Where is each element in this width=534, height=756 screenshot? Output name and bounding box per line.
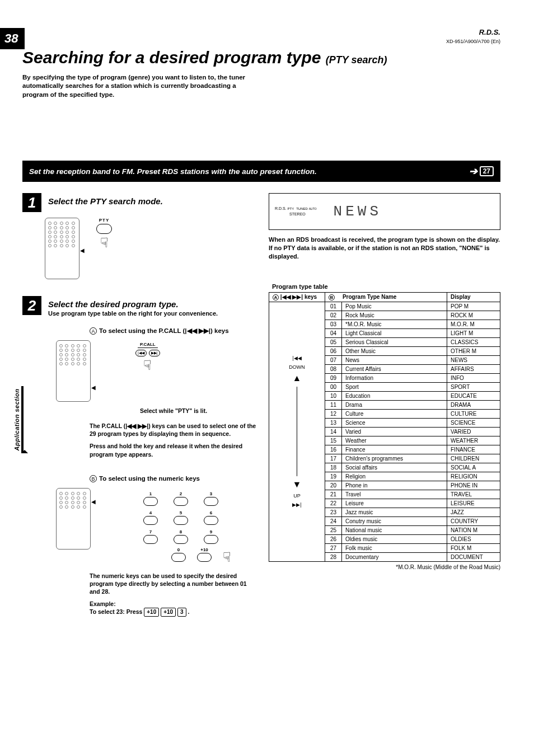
caption-a: Select while "PTY" is lit.	[90, 407, 257, 414]
method-a-title: ATo select using the P.CALL (|◀◀ ▶▶|) ke…	[90, 327, 257, 335]
row-name: Finance	[342, 445, 447, 454]
key-plus10: +10	[161, 608, 176, 617]
row-number: 00	[325, 382, 342, 391]
num-key-icon	[204, 497, 218, 506]
row-name: Culture	[342, 409, 447, 418]
row-display: CULTURE	[447, 409, 500, 418]
num-7-label: 7	[141, 529, 160, 534]
method-b-text: To select using the numeric keys	[99, 475, 200, 482]
footnote: *M.O.R. Music (Middle of the Road Music)	[269, 564, 500, 570]
row-number: 28	[325, 552, 342, 561]
page-number: 38	[0, 28, 25, 49]
row-display: OLDIES	[447, 534, 500, 543]
pcall-diagram: P.CALL |◀◀ ▶▶| ☟	[135, 340, 160, 372]
row-name: Drama	[342, 400, 447, 409]
row-name: Children's programmes	[342, 454, 447, 463]
row-name: Leisure	[342, 499, 447, 508]
next-track-icon: ▶▶|	[149, 350, 160, 356]
row-name: National music	[342, 525, 447, 534]
row-name: Religion	[342, 472, 447, 481]
right-body-text: When an RDS broadcast is received, the p…	[269, 236, 500, 261]
row-display: RELIGION	[447, 472, 500, 481]
row-name: Education	[342, 391, 447, 400]
row-name: *M.O.R. Music	[342, 320, 447, 328]
intro-text: By specifying the type of program (genre…	[22, 73, 263, 100]
arrow-shaft-icon	[297, 387, 298, 476]
row-name: Oldies music	[342, 534, 447, 543]
row-name: Rock Music	[342, 311, 447, 320]
table-row: |◀◀DOWN▲▼UP▶▶|01Pop MusicPOP M	[269, 302, 500, 311]
pty-button-icon	[96, 224, 112, 234]
remote-illustration: ◀	[45, 218, 79, 279]
pty-label: PTY	[96, 218, 112, 223]
col-a-header: A |◀◀ ▶▶| keys	[269, 292, 325, 302]
row-display: LIGHT M	[447, 328, 500, 337]
pty-button-diagram: PTY ☟	[96, 218, 112, 250]
body-a1: The P.CALL (|◀◀ ▶▶|) keys can be used to…	[90, 422, 257, 438]
row-display: AFFAIRS	[447, 364, 500, 373]
num-4-label: 4	[141, 510, 160, 515]
row-number: 25	[325, 525, 342, 534]
side-tab: Application section	[13, 386, 24, 453]
row-display: ROCK M	[447, 311, 500, 320]
num-2-label: 2	[171, 491, 190, 496]
row-number: 01	[325, 302, 342, 311]
hand-icon: ☟	[223, 551, 231, 564]
example: Example: To select 23: Press +10 +10 3 .	[90, 600, 257, 617]
row-name: Light Classical	[342, 328, 447, 337]
num-5-label: 5	[171, 510, 190, 515]
row-display: OTHER M	[447, 346, 500, 355]
num-6-label: 6	[202, 510, 221, 515]
row-display: VARIED	[447, 427, 500, 436]
row-number: 16	[325, 445, 342, 454]
row-name: Social affairs	[342, 463, 447, 472]
next-track-icon: ▶▶|	[292, 502, 301, 508]
num-plus10-label: +10	[197, 547, 212, 552]
row-display: M.O.R. M	[447, 320, 500, 328]
body-a2: Press and hold the key and release it wh…	[90, 442, 257, 458]
hand-icon: ☟	[135, 359, 160, 372]
num-key-icon	[174, 497, 188, 506]
row-display: SCIENCE	[447, 418, 500, 427]
arrow-right-icon: ➔	[469, 165, 477, 177]
body-b1: The numeric keys can be used to specify …	[90, 572, 257, 596]
example-end: .	[188, 608, 190, 615]
up-arrow-icon: ▲	[293, 373, 302, 383]
numeric-keys-diagram: 1 2 3 4 5 6 7 8 9 0 +10	[135, 488, 231, 564]
prev-track-icon: |◀◀	[292, 355, 301, 361]
row-number: 12	[325, 409, 342, 418]
row-display: SOCIAL A	[447, 463, 500, 472]
row-number: 21	[325, 490, 342, 499]
row-display: NATION M	[447, 525, 500, 534]
row-name: Conutry music	[342, 516, 447, 525]
step-2-title: Select the desired program type.	[48, 299, 218, 309]
num-key-icon	[197, 553, 212, 562]
method-a-text: To select using the P.CALL (|◀◀ ▶▶|) key…	[99, 327, 229, 334]
up-label: UP	[293, 493, 301, 499]
hand-icon: ☟	[96, 236, 112, 250]
remote-illustration-b: ◀	[56, 488, 91, 550]
col-display-header: Display	[447, 292, 500, 302]
row-number: 02	[325, 311, 342, 320]
display-indicators: R.D.S. PTY TUNED AUTO STEREO	[275, 206, 317, 217]
row-display: PHONE IN	[447, 481, 500, 490]
row-number: 20	[325, 481, 342, 490]
row-display: CLASSICS	[447, 337, 500, 346]
display-panel: R.D.S. PTY TUNED AUTO STEREO NEWS	[269, 193, 500, 230]
row-number: 19	[325, 472, 342, 481]
num-key-icon	[143, 516, 158, 525]
row-name: Folk music	[342, 543, 447, 552]
method-b-title: BTo select using the numeric keys	[90, 475, 257, 482]
row-name: Information	[342, 373, 447, 382]
row-name: Serious Classical	[342, 337, 447, 346]
row-display: JAZZ	[447, 508, 500, 516]
page-ref: ➔ 27	[469, 165, 494, 177]
row-name: Current Affairs	[342, 364, 447, 373]
row-number: 22	[325, 499, 342, 508]
prev-track-icon: |◀◀	[135, 350, 147, 356]
row-number: 04	[325, 328, 342, 337]
row-number: 17	[325, 454, 342, 463]
num-key-icon	[171, 553, 186, 562]
row-number: 26	[325, 534, 342, 543]
num-key-icon	[204, 516, 218, 525]
